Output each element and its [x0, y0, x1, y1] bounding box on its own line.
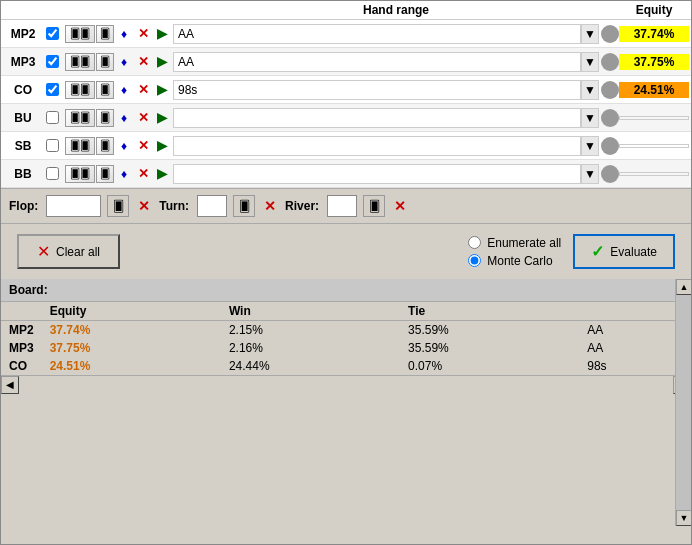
row-label-co: CO — [1, 83, 41, 97]
range-dropdown-mp2[interactable]: ▼ — [581, 24, 599, 44]
row-check-bb[interactable] — [41, 167, 63, 180]
river-label: River: — [285, 199, 319, 213]
checkbox-sb[interactable] — [46, 139, 59, 152]
checkbox-bu[interactable] — [46, 111, 59, 124]
range-dropdown-bb[interactable]: ▼ — [581, 164, 599, 184]
clear-row-btn-co[interactable]: ✕ — [134, 81, 152, 99]
range-input-bu[interactable] — [173, 108, 581, 128]
results-wrapper: Board: Equity Win Tie MP2 37 — [1, 279, 691, 544]
equity-val-co: 24.51% — [619, 82, 689, 98]
scroll-track — [19, 376, 673, 394]
enumerate-all-radio[interactable] — [468, 236, 481, 249]
scroll-down-btn[interactable]: ▼ — [676, 510, 691, 526]
clear-row-btn-bu[interactable]: ✕ — [134, 109, 152, 127]
flop-label: Flop: — [9, 199, 38, 213]
result-win-mp2: 2.15% — [221, 321, 400, 340]
cards-btn-bu[interactable]: 🂠🂠 — [65, 109, 95, 127]
row-check-sb[interactable] — [41, 139, 63, 152]
arrow-btn-co[interactable]: ▶ — [153, 81, 171, 99]
equity-header: Equity — [619, 3, 689, 17]
results-content: Board: Equity Win Tie MP2 37 — [1, 279, 691, 544]
range-input-sb[interactable] — [173, 136, 581, 156]
range-input-mp2[interactable] — [173, 24, 581, 44]
range-input-co[interactable] — [173, 80, 581, 100]
river-input[interactable] — [327, 195, 357, 217]
range-dropdown-co[interactable]: ▼ — [581, 80, 599, 100]
checkbox-co[interactable] — [46, 83, 59, 96]
single-card-btn-bb[interactable]: 🂠 — [96, 165, 114, 183]
monte-carlo-row: Monte Carlo — [468, 254, 552, 268]
evaluate-button[interactable]: ✓ Evaluate — [573, 234, 675, 269]
cards-btn-sb[interactable]: 🂠🂠 — [65, 137, 95, 155]
single-card-btn-sb[interactable]: 🂠 — [96, 137, 114, 155]
clear-row-btn-sb[interactable]: ✕ — [134, 137, 152, 155]
checkbox-mp2[interactable] — [46, 27, 59, 40]
cards-btn-bb[interactable]: 🂠🂠 — [65, 165, 95, 183]
cards-btn-co[interactable]: 🂠🂠 — [65, 81, 95, 99]
range-dropdown-mp3[interactable]: ▼ — [581, 52, 599, 72]
turn-label: Turn: — [159, 199, 189, 213]
checkbox-mp3[interactable] — [46, 55, 59, 68]
gray-btn-co[interactable] — [601, 81, 619, 99]
cards-btn-mp3[interactable]: 🂠🂠 — [65, 53, 95, 71]
arrow-btn-mp3[interactable]: ▶ — [153, 53, 171, 71]
result-equity-mp3: 37.75% — [42, 339, 221, 357]
single-card-btn-mp3[interactable]: 🂠 — [96, 53, 114, 71]
single-card-btn-co[interactable]: 🂠 — [96, 81, 114, 99]
suit-icon-bb[interactable]: ♦ — [115, 165, 133, 183]
flop-card-picker-icon[interactable]: 🂠 — [107, 195, 129, 217]
checkbox-bb[interactable] — [46, 167, 59, 180]
arrow-btn-sb[interactable]: ▶ — [153, 137, 171, 155]
arrow-btn-mp2[interactable]: ▶ — [153, 25, 171, 43]
turn-clear-btn[interactable]: ✕ — [261, 195, 279, 217]
range-dropdown-bu[interactable]: ▼ — [581, 108, 599, 128]
row-check-bu[interactable] — [41, 111, 63, 124]
row-range-wrap-bu: ▼ — [173, 108, 599, 128]
clear-row-btn-mp3[interactable]: ✕ — [134, 53, 152, 71]
range-dropdown-sb[interactable]: ▼ — [581, 136, 599, 156]
cards-btn-mp2[interactable]: 🂠🂠 — [65, 25, 95, 43]
gray-btn-bb[interactable] — [601, 165, 619, 183]
turn-card-picker-icon[interactable]: 🂠 — [233, 195, 255, 217]
gray-btn-bu[interactable] — [601, 109, 619, 127]
enumerate-all-label: Enumerate all — [487, 236, 561, 250]
suit-icon-mp3[interactable]: ♦ — [115, 53, 133, 71]
row-check-co[interactable] — [41, 83, 63, 96]
main-container: Hand range Equity MP2 🂠🂠 🂠 ♦ ✕ ▶ ▼ 37.74… — [0, 0, 692, 545]
scroll-left-btn[interactable]: ◀ — [1, 376, 19, 394]
gray-btn-mp3[interactable] — [601, 53, 619, 71]
row-check-mp3[interactable] — [41, 55, 63, 68]
clear-all-button[interactable]: ✕ Clear all — [17, 234, 120, 269]
single-card-btn-bu[interactable]: 🂠 — [96, 109, 114, 127]
clear-row-btn-mp2[interactable]: ✕ — [134, 25, 152, 43]
range-input-bb[interactable] — [173, 164, 581, 184]
suit-icon-bu[interactable]: ♦ — [115, 109, 133, 127]
suit-icon-sb[interactable]: ♦ — [115, 137, 133, 155]
river-card-picker-icon[interactable]: 🂠 — [363, 195, 385, 217]
flop-clear-btn[interactable]: ✕ — [135, 195, 153, 217]
arrow-btn-bu[interactable]: ▶ — [153, 109, 171, 127]
arrow-btn-bb[interactable]: ▶ — [153, 165, 171, 183]
results-header: Board: — [1, 279, 691, 302]
turn-input[interactable] — [197, 195, 227, 217]
grid-area: Hand range Equity MP2 🂠🂠 🂠 ♦ ✕ ▶ ▼ 37.74… — [1, 1, 691, 189]
board-input-area: Flop: 🂠 ✕ Turn: 🂠 ✕ River: 🂠 ✕ — [1, 189, 691, 224]
hand-range-header: Hand range — [173, 3, 619, 17]
row-range-wrap-bb: ▼ — [173, 164, 599, 184]
results-table: Equity Win Tie MP2 37.74% 2.15% 35.59% A… — [1, 302, 691, 375]
flop-input[interactable] — [46, 195, 101, 217]
single-card-btn-mp2[interactable]: 🂠 — [96, 25, 114, 43]
grid-row-bu: BU 🂠🂠 🂠 ♦ ✕ ▶ ▼ — [1, 104, 691, 132]
monte-carlo-radio[interactable] — [468, 254, 481, 267]
result-tie-co: 0.07% — [400, 357, 579, 375]
row-check-mp2[interactable] — [41, 27, 63, 40]
range-input-mp3[interactable] — [173, 52, 581, 72]
result-player-mp2: MP2 — [1, 321, 42, 340]
suit-icon-co[interactable]: ♦ — [115, 81, 133, 99]
gray-btn-sb[interactable] — [601, 137, 619, 155]
gray-btn-mp2[interactable] — [601, 25, 619, 43]
suit-icon-mp2[interactable]: ♦ — [115, 25, 133, 43]
river-clear-btn[interactable]: ✕ — [391, 195, 409, 217]
clear-row-btn-bb[interactable]: ✕ — [134, 165, 152, 183]
scroll-up-btn[interactable]: ▲ — [676, 279, 691, 295]
